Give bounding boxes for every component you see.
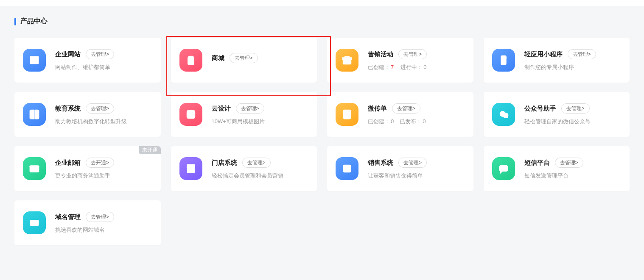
- card-body: 公众号助手去管理>轻松管理自家的微信公众号: [524, 103, 622, 125]
- card-subtitle: 轻松管理自家的微信公众号: [524, 118, 622, 125]
- card-body: 微传单去管理>已创建：0已发布：0: [368, 103, 465, 125]
- product-card-dxpt[interactable]: 短信平台去管理>短信发送管理平台: [484, 146, 630, 191]
- card-body: 企业邮箱去开通>更专业的商务沟通助手: [55, 158, 152, 180]
- svg-point-12: [188, 113, 190, 114]
- card-body: 营销活动去管理>已创建：7进行中：0: [368, 49, 465, 71]
- product-card-qywz[interactable]: 企业网站去管理>网站制作、维护都简单: [14, 38, 161, 83]
- card-title: 营销活动: [368, 50, 393, 58]
- manage-button[interactable]: 去管理>: [242, 158, 271, 168]
- card-title: 微传单: [368, 105, 387, 113]
- svg-rect-23: [187, 169, 194, 172]
- svg-rect-28: [499, 165, 508, 172]
- gift-icon: [336, 49, 358, 72]
- card-title: 教育系统: [55, 105, 81, 113]
- card-subtitle: 挑选喜欢的网站域名: [55, 226, 152, 234]
- arrow-annotation: [0, 245, 644, 280]
- store-icon: [179, 157, 202, 180]
- card-title: 域名管理: [55, 213, 81, 221]
- card-body: 企业网站去管理>网站制作、维护都简单: [55, 49, 152, 71]
- svg-point-2: [31, 57, 32, 58]
- book-icon: [23, 103, 46, 126]
- card-title: 企业网站: [55, 50, 81, 58]
- msg-icon: [492, 157, 515, 180]
- image-icon: [179, 103, 202, 126]
- manage-button[interactable]: 去管理>: [86, 103, 114, 114]
- manage-button[interactable]: 去管理>: [568, 49, 596, 59]
- svg-point-21: [506, 116, 508, 118]
- manage-button[interactable]: 去管理>: [555, 158, 583, 168]
- svg-point-19: [501, 113, 502, 114]
- card-title: 门店系统: [212, 159, 237, 167]
- status-tag: 未开通: [139, 146, 161, 154]
- bag-icon: [179, 49, 202, 72]
- phone-icon: [492, 49, 515, 72]
- card-title: 云设计: [212, 105, 231, 113]
- svg-rect-22: [30, 166, 39, 172]
- card-body: 教育系统去管理>助力教培机构数字化转型升级: [55, 103, 152, 125]
- product-card-wcd[interactable]: 微传单去管理>已创建：0已发布：0: [327, 92, 473, 137]
- section-bar-icon: [14, 18, 16, 25]
- card-subtitle: 网站制作、维护都简单: [55, 64, 152, 71]
- card-title: 公众号助手: [524, 105, 556, 113]
- svg-rect-14: [345, 111, 349, 114]
- card-body: 云设计去管理>10W+可商用模板图片: [212, 103, 309, 125]
- card-subtitle: 短信发送管理平台: [524, 172, 622, 180]
- product-card-mdxt[interactable]: 门店系统去管理>轻松搞定会员管理和会员营销: [171, 146, 317, 191]
- product-card-qyy[interactable]: 轻应用小程序去管理>制作您的专属小程序: [484, 38, 630, 83]
- svg-point-3: [33, 57, 34, 58]
- card-subtitle: 轻松搞定会员管理和会员营销: [212, 172, 309, 180]
- product-card-qyyx[interactable]: 企业邮箱去开通>更专业的商务沟通助手未开通: [14, 146, 161, 191]
- svg-point-20: [503, 113, 504, 114]
- card-title: 短信平台: [524, 159, 550, 167]
- card-body: 轻应用小程序去管理>制作您的专属小程序: [524, 49, 622, 71]
- product-card-xsxt[interactable]: 销售系统去管理>让获客和销售变得简单: [327, 146, 473, 191]
- section-title: 产品中心: [20, 17, 48, 26]
- manage-button[interactable]: 去管理>: [392, 103, 420, 114]
- card-title: 销售系统: [368, 159, 393, 167]
- card-subtitle: 10W+可商用模板图片: [212, 118, 309, 125]
- card-body: 门店系统去管理>轻松搞定会员管理和会员营销: [212, 158, 309, 180]
- product-card-sc[interactable]: 商城去管理>: [171, 38, 317, 83]
- svg-text:W.: W.: [31, 222, 36, 225]
- card-body: 销售系统去管理>让获客和销售变得简单: [368, 158, 465, 180]
- card-title: 商城: [212, 54, 224, 62]
- product-card-ysj[interactable]: 云设计去管理>10W+可商用模板图片: [171, 92, 317, 137]
- card-body: 短信平台去管理>短信发送管理平台: [524, 158, 622, 180]
- card-body: 商城去管理>: [212, 53, 309, 67]
- product-card-jyxt[interactable]: 教育系统去管理>助力教培机构数字化转型升级: [14, 92, 161, 137]
- manage-button[interactable]: 去管理>: [561, 103, 590, 114]
- manage-button[interactable]: 去管理>: [86, 212, 114, 222]
- product-card-ymgl[interactable]: W.域名管理去管理>挑选喜欢的网站域名: [14, 200, 161, 245]
- manage-button[interactable]: 去管理>: [236, 103, 264, 114]
- manage-button[interactable]: 去开通>: [86, 158, 114, 168]
- poster-icon: [336, 103, 358, 126]
- mail-icon: [23, 157, 46, 180]
- manage-button[interactable]: 去管理>: [398, 49, 427, 59]
- card-title: 企业邮箱: [55, 159, 81, 167]
- product-card-yxhd[interactable]: 营销活动去管理>已创建：7进行中：0: [327, 38, 473, 83]
- manage-button[interactable]: 去管理>: [86, 49, 114, 59]
- card-title: 轻应用小程序: [524, 50, 563, 58]
- card-body: 域名管理去管理>挑选喜欢的网站域名: [55, 212, 152, 234]
- card-subtitle: 已创建：0已发布：0: [368, 118, 465, 125]
- card-subtitle: 更专业的商务沟通助手: [55, 172, 152, 180]
- card-subtitle: 让获客和销售变得简单: [368, 172, 465, 180]
- card-subtitle: 制作您的专属小程序: [524, 64, 622, 71]
- card-subtitle: 已创建：7进行中：0: [368, 64, 465, 71]
- window-icon: [23, 49, 46, 72]
- wechat-icon: [492, 103, 515, 126]
- section-header: 产品中心: [14, 17, 630, 26]
- card-subtitle: 助力教培机构数字化转型升级: [55, 118, 152, 125]
- manage-button[interactable]: 去管理>: [398, 158, 427, 168]
- domain-icon: W.: [23, 211, 46, 234]
- product-card-gzhzs[interactable]: 公众号助手去管理>轻松管理自家的微信公众号: [484, 92, 630, 137]
- manage-button[interactable]: 去管理>: [230, 53, 258, 63]
- list-icon: [336, 157, 358, 180]
